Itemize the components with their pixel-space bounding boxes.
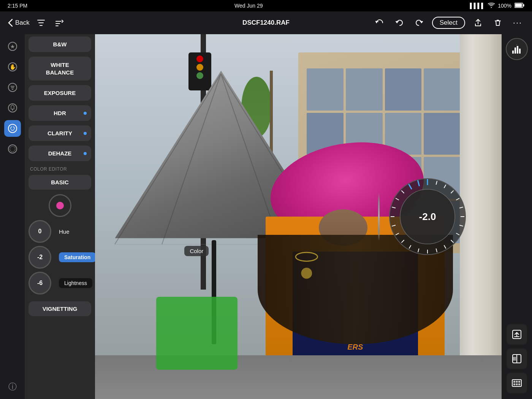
lightness-knob[interactable]: -6 — [28, 272, 51, 294]
battery-icon — [515, 3, 524, 9]
dehaze-active-dot — [84, 152, 87, 155]
svg-rect-69 — [513, 383, 515, 385]
svg-rect-66 — [513, 381, 515, 383]
svg-point-26 — [301, 268, 312, 279]
color-swatch — [56, 202, 64, 209]
scooter — [156, 297, 238, 370]
dial-container[interactable]: -2.0 — [388, 177, 467, 256]
dial-edge — [378, 177, 380, 256]
svg-point-25 — [296, 252, 318, 261]
saturation-knob[interactable]: -2 — [28, 246, 51, 269]
jewelry — [290, 246, 323, 290]
svg-rect-56 — [512, 51, 514, 54]
color-picker[interactable] — [49, 194, 71, 217]
histogram-button[interactable] — [506, 38, 528, 60]
bw-button[interactable]: B&W — [28, 36, 91, 52]
svg-rect-67 — [516, 381, 518, 383]
sidebar-vignette-icon[interactable] — [4, 141, 21, 157]
svg-rect-1 — [515, 3, 522, 7]
date-display: Wed Jun 29 — [234, 3, 263, 9]
svg-point-13 — [11, 127, 14, 130]
export-button[interactable] — [507, 324, 527, 345]
hue-row: 0 Hue — [28, 220, 91, 243]
sidebar-star-icon[interactable] — [4, 38, 21, 55]
lightness-row: -6 Lightness — [28, 272, 91, 294]
left-sidebar: ✋ — [0, 34, 25, 399]
rotate-left-button[interactable] — [373, 16, 386, 30]
status-bar: 2:15 PM Wed Jun 29 ▌▌▌▌ 100% — [0, 0, 532, 11]
svg-rect-65 — [512, 380, 521, 386]
dial-value: -2.0 — [419, 211, 436, 223]
nav-header: Back DSCF1240.RAF — [0, 11, 532, 34]
sort-button[interactable] — [52, 16, 66, 30]
sidebar-filter-icon[interactable] — [4, 79, 21, 96]
svg-rect-71 — [518, 383, 520, 385]
svg-rect-2 — [523, 4, 524, 6]
redo-button[interactable] — [412, 16, 426, 30]
sidebar-hand-icon[interactable]: ✋ — [4, 59, 21, 75]
svg-rect-64 — [513, 357, 516, 361]
hue-label: Hue — [59, 228, 70, 235]
filter-button[interactable] — [34, 16, 48, 30]
filmstrip-button[interactable] — [507, 373, 527, 393]
color-editor-label: COLOR EDITOR — [30, 166, 90, 172]
basic-button[interactable]: BASIC — [28, 175, 91, 190]
edit-panel: B&W WHITEBALANCE EXPOSURE HDR CLARITY DE… — [25, 34, 95, 399]
undo-button[interactable] — [393, 16, 406, 30]
svg-rect-68 — [518, 381, 520, 383]
file-title: DSCF1240.RAF — [242, 19, 290, 27]
hue-knob[interactable]: 0 — [28, 220, 51, 243]
color-picker-container — [25, 194, 95, 217]
photo-area: ERS Color — [95, 34, 502, 399]
select-button[interactable]: Select — [432, 17, 465, 29]
svg-rect-59 — [519, 49, 521, 54]
svg-point-14 — [12, 125, 13, 127]
compare-button[interactable] — [507, 348, 527, 369]
export-icon — [511, 329, 522, 340]
battery-percent: 100% — [498, 3, 511, 9]
sidebar-light-icon[interactable] — [4, 100, 21, 116]
clarity-button[interactable]: CLARITY — [28, 125, 91, 141]
saturation-label: Saturation — [59, 252, 95, 262]
time-display: 2:15 PM — [8, 3, 27, 9]
svg-line-21 — [115, 74, 221, 244]
lightness-label: Lightness — [59, 278, 92, 288]
back-label: Back — [15, 19, 30, 27]
compare-icon — [511, 353, 522, 364]
white-balance-button[interactable]: WHITEBALANCE — [28, 57, 91, 81]
signal-icon: ▌▌▌▌ — [470, 3, 485, 9]
sidebar-color-icon[interactable] — [4, 120, 21, 137]
dial-ring[interactable]: -2.0 — [388, 177, 467, 256]
svg-point-15 — [14, 129, 16, 130]
saturation-row: -2 Saturation — [28, 246, 91, 269]
filmstrip-icon — [511, 378, 522, 388]
svg-line-23 — [162, 74, 221, 244]
back-button[interactable]: Back — [8, 19, 30, 27]
hdr-button[interactable]: HDR — [28, 105, 91, 121]
svg-rect-70 — [516, 383, 518, 385]
wifi-icon — [488, 3, 495, 9]
svg-rect-58 — [517, 46, 518, 54]
right-sidebar — [502, 34, 532, 399]
right-bottom-buttons — [507, 324, 527, 393]
info-button[interactable]: ⓘ — [4, 378, 21, 395]
more-button[interactable]: ··· — [511, 16, 524, 30]
dehaze-button[interactable]: DEHAZE — [28, 146, 91, 161]
svg-point-16 — [10, 129, 11, 130]
exposure-button[interactable]: EXPOSURE — [28, 85, 91, 101]
vignetting-button[interactable]: VIGNETTING — [28, 301, 91, 316]
share-button[interactable] — [471, 16, 485, 30]
histogram-icon — [511, 43, 523, 55]
main-content: ✋ — [0, 34, 532, 399]
svg-rect-57 — [515, 48, 516, 54]
svg-text:✋: ✋ — [9, 64, 16, 70]
delete-button[interactable] — [491, 16, 505, 30]
svg-point-18 — [10, 146, 15, 152]
clarity-active-dot — [84, 132, 87, 135]
hdr-active-dot — [84, 112, 87, 115]
